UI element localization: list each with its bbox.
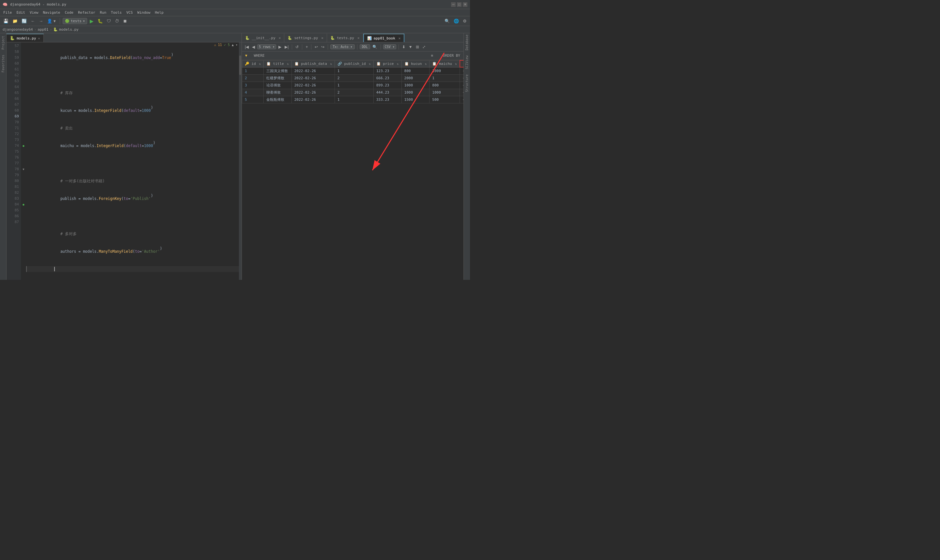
menu-refactor[interactable]: Refactor <box>76 10 97 15</box>
cell-3-id[interactable]: 3 <box>242 82 264 89</box>
save-button[interactable]: 💾 <box>2 18 10 24</box>
cell-4-kucun[interactable]: 1000 <box>401 89 430 96</box>
col-header-publish-data[interactable]: 📋 publish_data ⇅ <box>291 60 334 67</box>
tab-close-icon[interactable]: ✕ <box>38 37 40 40</box>
db-format-selector[interactable]: CSV ▾ <box>383 45 396 49</box>
kucun-sort-icon[interactable]: ⇅ <box>425 62 427 66</box>
sidebar-item-project[interactable]: Project <box>1 36 5 49</box>
code-content[interactable]: publish_data = models.DateField(auto_now… <box>26 42 239 280</box>
cell-4-myfield[interactable]: <null> <box>460 89 464 96</box>
db-filter-button[interactable]: ▼ <box>408 44 413 50</box>
user-button[interactable]: 👤 ▾ <box>46 18 57 24</box>
db-nav-last[interactable]: ▶| <box>284 44 290 50</box>
close-button[interactable]: ✕ <box>463 2 467 7</box>
cell-5-id[interactable]: 5 <box>242 96 264 103</box>
forward-button[interactable]: → <box>37 18 45 24</box>
cell-3-publish-data[interactable]: 2022-02-26 <box>291 82 334 89</box>
col-header-publish-id[interactable]: 🔗 publish_id ⇅ <box>334 60 373 67</box>
db-columns-button[interactable]: ⊞ <box>415 44 420 50</box>
window-controls[interactable]: ─ □ ✕ <box>451 2 467 7</box>
db-export-button[interactable]: ⬇ <box>401 44 406 50</box>
sidebar-item-favorites[interactable]: Favorites <box>1 55 5 72</box>
cell-3-kucun[interactable]: 1000 <box>401 82 430 89</box>
publish-data-sort-icon[interactable]: ⇅ <box>330 62 331 66</box>
col-header-kucun[interactable]: 📋 kucun ⇅ <box>401 60 430 67</box>
cell-5-maichu[interactable]: 500 <box>430 96 460 103</box>
menu-navigate[interactable]: Navigate <box>41 10 62 15</box>
col-header-id[interactable]: 🔑 id ⇅ <box>242 60 264 67</box>
db-tab-init[interactable]: 🐍 __init__.py ✕ <box>242 34 284 42</box>
cell-5-myfield[interactable]: <null> <box>460 96 464 103</box>
open-button[interactable]: 📁 <box>11 18 19 24</box>
cell-1-price[interactable]: 123.23 <box>373 67 401 74</box>
editor-scroll-thumb[interactable] <box>239 55 241 75</box>
cell-1-publish-data[interactable]: 2022-02-26 <box>291 67 334 74</box>
cell-4-publish-data[interactable]: 2022-02-26 <box>291 89 334 96</box>
cell-5-price[interactable]: 333.23 <box>373 96 401 103</box>
cell-1-publish-id[interactable]: 1 <box>334 67 373 74</box>
db-tab-app01book[interactable]: 📊 app01_book ✕ <box>363 34 405 42</box>
sidebar-item-structure[interactable]: Structure <box>465 74 469 92</box>
minimize-button[interactable]: ─ <box>451 2 456 7</box>
db-nav-prev[interactable]: ◀ <box>251 44 256 50</box>
cell-5-kucun[interactable]: 1500 <box>401 96 430 103</box>
sidebar-item-sciview[interactable]: SCIView <box>465 55 469 69</box>
cell-1-myfield[interactable]: <null> <box>460 67 464 74</box>
cell-3-title[interactable]: 论语傅敖 <box>264 82 291 89</box>
menu-tools[interactable]: Tools <box>109 10 124 15</box>
settings-button[interactable]: ⚙ <box>462 18 468 24</box>
menu-view[interactable]: View <box>28 10 40 15</box>
cell-5-publish-id[interactable]: 1 <box>334 96 373 103</box>
title-sort-icon[interactable]: ⇅ <box>287 62 288 66</box>
db-tx-mode[interactable]: Tx: Auto ▾ <box>330 45 354 49</box>
breadcrumb-file[interactable]: models.py <box>59 28 79 32</box>
menu-edit[interactable]: Edit <box>15 10 28 15</box>
db-nav-first[interactable]: |◀ <box>244 44 250 50</box>
db-redo-button[interactable]: ↪ <box>320 44 325 50</box>
cell-1-id[interactable]: 1 <box>242 67 264 74</box>
db-add-button[interactable]: + <box>305 44 309 50</box>
init-tab-close[interactable]: ✕ <box>279 36 281 40</box>
publish-id-sort-icon[interactable]: ⇅ <box>369 62 370 66</box>
db-expand-button[interactable]: ⤢ <box>421 44 427 50</box>
book-tab-close[interactable]: ✕ <box>399 36 401 40</box>
breadcrumb-project[interactable]: djangooneday64 <box>3 28 33 32</box>
fold-gutter-78[interactable]: ▼ <box>21 166 26 172</box>
profile-button[interactable]: ⏱ <box>114 18 120 24</box>
cell-2-publish-id[interactable]: 2 <box>334 74 373 82</box>
menu-window[interactable]: Window <box>136 10 153 15</box>
cell-2-myfield[interactable]: <null> <box>460 74 464 82</box>
menu-run[interactable]: Run <box>98 10 108 15</box>
cell-3-maichu[interactable]: 800 <box>430 82 460 89</box>
code-editor[interactable]: ⚠ 11 ✓ 5 ▲ ▾ 57 58 59 60 61 62 63 64 65 … <box>6 42 242 280</box>
col-header-title[interactable]: 📋 title ⇅ <box>264 60 291 67</box>
reload-button[interactable]: 🔄 <box>20 18 28 24</box>
cell-1-kucun[interactable]: 800 <box>401 67 430 74</box>
cell-5-title[interactable]: 金瓶瓶傅敖 <box>264 96 291 103</box>
cell-2-maichu[interactable]: 1 <box>430 74 460 82</box>
menu-file[interactable]: File <box>1 10 14 15</box>
sidebar-item-database[interactable]: Database <box>465 35 469 50</box>
cell-4-publish-id[interactable]: 2 <box>334 89 373 96</box>
col-header-price[interactable]: 📋 price ⇅ <box>373 60 401 67</box>
db-refresh-button[interactable]: ↺ <box>294 44 300 50</box>
cell-2-title[interactable]: 红楼梦傅敖 <box>264 74 291 82</box>
db-tab-tests[interactable]: 🐍 tests.py ✕ <box>327 34 363 42</box>
maichu-sort-icon[interactable]: ⇅ <box>455 62 457 66</box>
cell-3-publish-id[interactable]: 1 <box>334 82 373 89</box>
cell-3-myfield[interactable]: <null> <box>460 82 464 89</box>
cell-1-title[interactable]: 三国演义傅敖 <box>264 67 291 74</box>
db-undo-button[interactable]: ↩ <box>314 44 319 50</box>
settings-tab-close[interactable]: ✕ <box>321 36 324 40</box>
cell-2-id[interactable]: 2 <box>242 74 264 82</box>
cell-3-price[interactable]: 899.23 <box>373 82 401 89</box>
maximize-button[interactable]: □ <box>457 2 462 7</box>
debug-button[interactable]: 🐛 <box>96 18 104 24</box>
tab-models-py[interactable]: 🐍 models.py ✕ <box>6 34 44 42</box>
cell-2-publish-data[interactable]: 2022-02-26 <box>291 74 334 82</box>
col-header-maichu[interactable]: 📋 maichu ⇅ <box>430 60 460 67</box>
col-header-myfield[interactable]: 📋 myfield ⇅ <box>460 60 464 67</box>
cell-4-price[interactable]: 444.23 <box>373 89 401 96</box>
id-sort-icon[interactable]: ⇅ <box>259 62 261 66</box>
db-search-button[interactable]: 🔍 <box>371 44 378 50</box>
